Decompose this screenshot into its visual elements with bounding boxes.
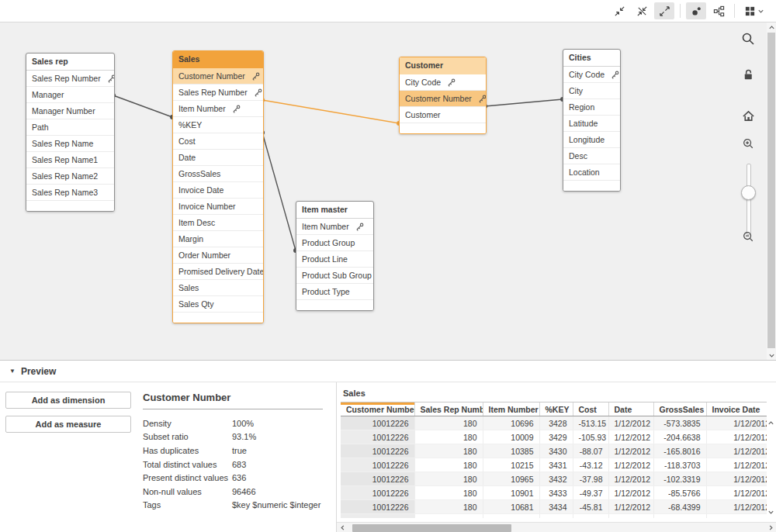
table-cell: 3432 [539,472,573,486]
unlock-button[interactable] [736,64,760,85]
field-row-product-sub-group[interactable]: Product Sub Group [296,268,373,284]
field-row--key[interactable]: %KEY [173,117,263,133]
table-cell: 1/12/2012 [608,486,653,500]
field-row-longitude[interactable]: Longitude [563,132,620,148]
table-customer[interactable]: CustomerCity CodeCustomer NumberCustomer [399,57,487,134]
search-button[interactable] [736,29,760,49]
field-row-manager[interactable]: Manager [26,87,114,103]
table-cell: 10009 [483,430,539,444]
add-as-dimension-button[interactable]: Add as dimension [5,392,131,409]
field-label: Sales Rep Number [178,85,248,100]
preview-toggle[interactable]: ▼ Preview [0,360,776,382]
table-item-master[interactable]: Item masterItem NumberProduct GroupProdu… [296,201,374,311]
table-cell: 10681 [483,500,539,514]
table-header[interactable]: Cities [563,50,620,67]
table-scroll-right-icon[interactable] [766,523,775,532]
field-row-sales[interactable]: Sales [173,280,263,296]
zoom-slider-thumb[interactable] [741,185,756,200]
column-header-item-number[interactable]: Item Number [483,402,539,416]
field-row-city[interactable]: City [563,83,620,99]
field-row-latitude[interactable]: Latitude [563,116,620,132]
field-row-sales-qty[interactable]: Sales Qty [173,296,263,313]
field-row-item-number[interactable]: Item Number [296,219,373,235]
field-row-product-line[interactable]: Product Line [296,251,373,268]
collapse-all-button[interactable] [609,2,629,19]
collapse-unlinked-button[interactable] [632,2,652,19]
field-label: Order Number [178,247,230,263]
add-as-measure-button[interactable]: Add as measure [5,416,131,433]
table-sales-rep[interactable]: Sales repSales Rep NumberManagerManager … [26,53,115,212]
table-sales[interactable]: SalesCustomer NumberSales Rep NumberItem… [172,50,264,323]
field-row-sales-rep-number[interactable]: Sales Rep Number [173,85,263,101]
table-cell: -48.52 [573,514,608,519]
field-label: Sales Qty [178,296,214,312]
model-vertical-scrollbar[interactable] [767,22,776,360]
field-label: Product Type [302,284,350,299]
table-cities[interactable]: CitiesCity CodeCityRegionLatitudeLongitu… [563,49,621,192]
field-row-date[interactable]: Date [173,150,263,166]
column-header-sales-rep-number[interactable]: Sales Rep Number [414,402,483,416]
field-row-city-code[interactable]: City Code [400,74,486,91]
expand-all-button[interactable] [654,2,674,19]
table-row: 10012226180109653432-37.981/12/2012-102.… [341,472,767,486]
zoom-out-button[interactable] [736,226,760,247]
field-row-location[interactable]: Location [563,164,620,181]
field-row-invoice-date[interactable]: Invoice Date [173,182,263,199]
model-scrollbar-thumb[interactable] [767,33,775,348]
view-menu-button[interactable] [740,2,768,19]
field-row-sales-rep-name2[interactable]: Sales Rep Name2 [26,168,114,185]
table-scrollbar-thumb[interactable] [352,524,511,532]
home-button[interactable] [736,105,760,126]
field-row-region[interactable]: Region [563,99,620,116]
field-row-grosssales[interactable]: GrossSales [173,166,263,182]
scroll-down-icon[interactable] [767,351,775,360]
association-line[interactable] [485,99,563,106]
zoom-in-button[interactable] [736,133,760,154]
field-row-customer-number[interactable]: Customer Number [400,91,486,107]
column-header-date[interactable]: Date [608,402,653,416]
stat-value: 93.1% [232,432,256,441]
field-row-sales-rep-name3[interactable]: Sales Rep Name3 [26,185,114,201]
field-row-customer-number[interactable]: Customer Number [173,68,263,85]
field-row-desc[interactable]: Desc [563,148,620,164]
field-row-product-group[interactable]: Product Group [296,235,373,251]
field-row-city-code[interactable]: City Code [563,67,620,83]
association-line[interactable] [262,133,296,250]
field-row-item-desc[interactable]: Item Desc [173,215,263,231]
field-row-path[interactable]: Path [26,119,114,136]
association-line[interactable] [262,100,399,123]
association-line[interactable] [113,95,172,117]
column-header-cost[interactable]: Cost [573,402,608,416]
table-cell: 10215 [483,458,539,472]
table-scroll-left-icon[interactable] [338,523,347,532]
field-row-product-type[interactable]: Product Type [296,284,373,300]
model-canvas[interactable]: Sales repSales Rep NumberManagerManager … [0,22,776,360]
internal-view-button[interactable] [686,2,706,19]
table-scroll-up-icon[interactable] [767,419,775,427]
scroll-up-icon[interactable] [767,22,775,32]
field-row-invoice-number[interactable]: Invoice Number [173,199,263,215]
table-header[interactable]: Customer [400,57,486,74]
field-row-sales-rep-name1[interactable]: Sales Rep Name1 [26,152,114,168]
field-row-item-number[interactable]: Item Number [173,101,263,117]
field-row-customer[interactable]: Customer [400,107,486,123]
preview-table-viewport: Customer NumberSales Rep NumberItem Numb… [341,402,767,518]
column-header-invoice-date[interactable]: Invoice Date [706,402,767,416]
column-header-customer-number[interactable]: Customer Number [341,402,414,416]
field-row-sales-rep-name[interactable]: Sales Rep Name [26,136,114,152]
field-row-promised-delivery-date[interactable]: Promised Delivery Date [173,264,263,280]
field-row-order-number[interactable]: Order Number [173,247,263,264]
table-header[interactable]: Sales [173,51,263,68]
column-header--key[interactable]: %KEY [539,402,573,416]
column-header-grosssales[interactable]: GrossSales [653,402,706,416]
field-row-cost[interactable]: Cost [173,133,263,150]
field-row-sales-rep-number[interactable]: Sales Rep Number [26,71,114,87]
table-horizontal-scrollbar[interactable] [337,522,776,532]
table-header[interactable]: Sales rep [26,54,114,71]
table-scroll-down-icon[interactable] [767,508,775,516]
collapse-triangle-icon: ▼ [9,368,16,375]
field-row-margin[interactable]: Margin [173,231,263,247]
field-row-manager-number[interactable]: Manager Number [26,103,114,119]
auto-layout-button[interactable] [708,2,729,19]
table-header[interactable]: Item master [296,202,373,219]
